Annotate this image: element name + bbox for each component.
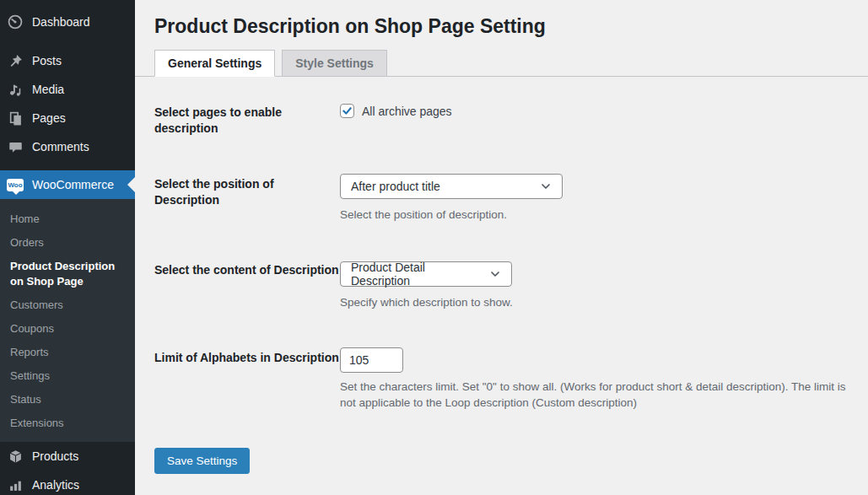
tab-style-settings[interactable]: Style Settings [282,50,387,77]
settings-tab-bar: General Settings Style Settings [135,50,868,77]
main-content: Product Description on Shop Page Setting… [135,0,868,495]
sidebar-item-analytics[interactable]: Analytics [0,471,135,495]
content-select[interactable]: Product Detail Description [340,261,512,287]
submenu-item-home[interactable]: Home [0,207,135,231]
sidebar-item-dashboard[interactable]: Dashboard [0,8,135,36]
field-label: Limit of Alphabets in Description [154,347,340,411]
sidebar-item-posts[interactable]: Posts [0,46,135,75]
submenu-item-settings[interactable]: Settings [0,364,135,388]
sidebar-item-label: Comments [32,140,89,153]
chevron-down-icon [540,180,552,192]
field-label: Select the position of Description [154,174,340,223]
tab-general-settings[interactable]: General Settings [154,50,275,77]
comments-icon [7,138,24,155]
sidebar-item-pages[interactable]: Pages [0,104,135,132]
limit-input[interactable] [340,347,403,373]
menu-separator [0,36,135,46]
field-help-text: Select the position of description. [340,207,846,223]
sidebar-item-label: WooCommerce [32,178,114,191]
checkbox-label: All archive pages [362,105,452,118]
sidebar-item-woocommerce[interactable]: Woo WooCommerce [0,170,135,199]
sidebar-item-label: Media [32,83,64,96]
position-select[interactable]: After product title [340,174,563,199]
selected-value: Product Detail Description [351,261,481,288]
page-title: Product Description on Shop Page Setting [135,0,868,39]
submenu-item-status[interactable]: Status [0,388,135,412]
analytics-icon [7,476,24,493]
selected-value: After product title [351,180,440,193]
sidebar-item-media[interactable]: Media [0,75,135,104]
submenu-item-reports[interactable]: Reports [0,341,135,364]
submenu-item-orders[interactable]: Orders [0,231,135,255]
submenu-item-customers[interactable]: Customers [0,293,135,317]
row-position: Select the position of Description After… [154,174,851,223]
row-enable-pages: Select pages to enable description All a… [154,102,851,137]
products-icon [7,448,24,465]
woocommerce-icon: Woo [7,176,24,193]
field-label: Select the content of Description [154,260,340,310]
pin-icon [7,52,24,69]
woocommerce-submenu: Home Orders Product Description on Shop … [0,199,135,442]
row-limit: Limit of Alphabets in Description Set th… [154,347,851,411]
general-settings-form: Select pages to enable description All a… [135,77,868,474]
all-archive-pages-checkbox[interactable] [340,104,354,118]
sidebar-item-comments[interactable]: Comments [0,132,135,161]
submenu-item-extensions[interactable]: Extensions [0,412,135,435]
sidebar-item-label: Pages [32,111,66,125]
current-menu-arrow [127,177,135,192]
field-label: Select pages to enable description [154,102,340,137]
field-help-text: Specify which description to show. [340,294,846,310]
row-content: Select the content of Description Produc… [154,260,851,310]
chevron-down-icon [489,268,501,280]
media-icon [7,81,24,98]
field-help-text: Set the characters limit. Set "0" to sho… [340,379,846,411]
submenu-item-product-description[interactable]: Product Description on Shop Page [0,255,135,293]
submenu-item-coupons[interactable]: Coupons [0,317,135,341]
dashboard-icon [7,13,24,30]
admin-sidebar: Dashboard Posts Media Pages Comments Woo… [0,0,135,495]
sidebar-item-label: Products [32,449,78,463]
sidebar-item-label: Analytics [32,478,79,492]
sidebar-item-label: Posts [32,54,62,67]
pages-icon [7,110,24,126]
sidebar-item-label: Dashboard [32,15,90,29]
save-settings-button[interactable]: Save Settings [154,448,250,474]
sidebar-item-products[interactable]: Products [0,442,135,471]
